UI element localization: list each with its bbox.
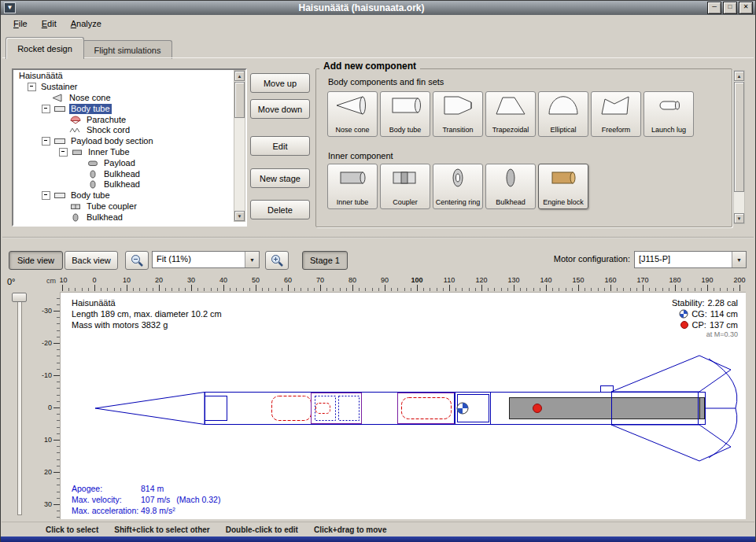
- velocity-mach: (Mach 0.32): [176, 494, 220, 505]
- tube-coupler-shape[interactable]: [312, 393, 362, 424]
- add-freeform-fin-button[interactable]: Freeform: [591, 91, 641, 137]
- nose-cone-icon: [334, 94, 371, 117]
- back-view-button[interactable]: Back view: [65, 251, 118, 270]
- window-menu-icon[interactable]: ▼: [4, 2, 16, 13]
- payload-icon: [87, 159, 100, 168]
- zoom-select[interactable]: Fit (11%) ▼: [152, 251, 260, 268]
- add-transition-button[interactable]: Transition: [433, 91, 483, 137]
- cp-marker: [533, 404, 542, 413]
- collapse-icon[interactable]: [42, 191, 50, 200]
- tree-item-sustainer[interactable]: Sustainer: [13, 82, 234, 93]
- cg-icon: [679, 309, 688, 319]
- bulkhead-shape[interactable]: [339, 396, 360, 421]
- body-tube-shape[interactable]: [205, 393, 455, 425]
- add-component-title: Add new component: [319, 61, 420, 72]
- tree-scrollbar[interactable]: ▲ ▼: [234, 70, 245, 222]
- tree-item-parachute[interactable]: Parachute: [13, 114, 234, 125]
- scroll-down-icon[interactable]: ▼: [234, 211, 245, 221]
- tree-item-inner-tube[interactable]: Inner Tube: [13, 147, 234, 158]
- cp-label: CP:: [692, 320, 706, 330]
- nose-cone-shape[interactable]: [95, 393, 205, 425]
- chevron-down-icon: ▼: [732, 252, 746, 267]
- edit-button[interactable]: Edit: [250, 136, 310, 156]
- collapse-icon[interactable]: [59, 148, 68, 157]
- add-bulkhead-button[interactable]: Bulkhead: [485, 164, 536, 209]
- side-view-button[interactable]: Side view: [9, 251, 63, 270]
- rocket-mass: Mass with motors 3832 g: [72, 319, 222, 330]
- scroll-up-icon[interactable]: ▲: [734, 71, 744, 81]
- transition-icon: [440, 94, 476, 117]
- zoom-in-button[interactable]: [265, 251, 289, 270]
- close-button[interactable]: ✕: [739, 2, 753, 14]
- payload-shape[interactable]: [402, 398, 452, 419]
- add-inner-tube-button[interactable]: Inner tube: [327, 164, 378, 209]
- move-down-button[interactable]: Move down: [250, 99, 310, 119]
- hint-click-select: Click to select: [46, 525, 98, 534]
- tree-item-payload[interactable]: Payload: [13, 157, 234, 168]
- move-up-button[interactable]: Move up: [250, 73, 310, 93]
- shock-cord-shape[interactable]: [316, 404, 330, 414]
- hint-double-click: Double-click to edit: [226, 525, 298, 534]
- add-body-tube-button[interactable]: Body tube: [380, 91, 430, 137]
- zoom-in-icon: [270, 253, 284, 267]
- menu-file[interactable]: File: [8, 17, 33, 30]
- tree-item-body-tube[interactable]: Body tube: [13, 103, 234, 114]
- tree-item-nose-cone[interactable]: Nose cone: [13, 93, 234, 104]
- collapse-icon[interactable]: [42, 137, 50, 146]
- cg-label: CG:: [691, 309, 707, 319]
- add-centering-ring-button[interactable]: Centering ring: [433, 164, 483, 209]
- add-nose-cone-button[interactable]: Nose cone: [327, 91, 378, 137]
- rocket-figure-canvas[interactable]: Haisunäätä Length 189 cm, max. diameter …: [60, 292, 746, 519]
- zoom-out-button[interactable]: [125, 251, 149, 270]
- parachute-icon: [69, 116, 83, 124]
- panel-divider: [2, 237, 754, 238]
- add-panel-scrollbar-thumb[interactable]: [734, 82, 744, 192]
- scroll-down-icon[interactable]: ▼: [734, 213, 744, 223]
- tree-item-label: Payload: [102, 158, 137, 168]
- tree-item-payload-body-section[interactable]: Payload body section: [13, 136, 234, 147]
- parachute-shape[interactable]: [272, 396, 312, 421]
- add-trapezoidal-fin-button[interactable]: Trapezoidal: [485, 91, 536, 137]
- tree-item-label: Haisunäätä: [17, 71, 65, 81]
- tree-item-bulkhead[interactable]: Bulkhead: [13, 168, 234, 179]
- tab-flight-simulations[interactable]: Flight simulations: [83, 40, 172, 59]
- tree-item-body-tube-aft[interactable]: Body tube: [13, 190, 234, 201]
- tree-item-bulkhead[interactable]: Bulkhead: [13, 212, 234, 223]
- tree-item-tube-coupler[interactable]: Tube coupler: [13, 201, 234, 212]
- bulkhead-shape[interactable]: [315, 396, 336, 421]
- new-stage-button[interactable]: New stage: [250, 168, 310, 188]
- rotation-slider-handle[interactable]: [12, 293, 27, 302]
- collapse-icon[interactable]: [42, 105, 50, 113]
- tree-item-bulkhead[interactable]: Bulkhead: [13, 179, 234, 190]
- maximize-button[interactable]: □: [723, 2, 737, 14]
- tree-item-shock-cord[interactable]: Shock cord: [13, 125, 234, 136]
- add-elliptical-fin-button[interactable]: Elliptical: [538, 91, 588, 137]
- hint-click-drag: Click+drag to move: [314, 525, 387, 534]
- motor-configuration-select[interactable]: [J115-P] ▼: [634, 251, 747, 268]
- minimize-button[interactable]: ─: [707, 2, 721, 14]
- body-tube-icon: [53, 105, 67, 113]
- delete-button[interactable]: Delete: [250, 200, 310, 219]
- component-tree: Haisunäätä Sustainer Nose cone Body tube…: [12, 68, 247, 227]
- add-coupler-button[interactable]: Coupler: [380, 164, 430, 209]
- menu-edit[interactable]: Edit: [36, 17, 62, 30]
- tab-rocket-design[interactable]: Rocket design: [6, 37, 84, 59]
- scroll-up-icon[interactable]: ▲: [234, 71, 245, 81]
- add-launch-lug-button[interactable]: Launch lug: [644, 91, 694, 137]
- rotation-slider-track[interactable]: [17, 295, 22, 515]
- acceleration-value: 49.8 m/s²: [141, 505, 175, 516]
- launch-lug-shape[interactable]: [601, 386, 614, 393]
- elliptical-fin-icon: [545, 94, 581, 117]
- vertical-ruler: -30-20-100102030: [40, 292, 60, 519]
- tree-item-rocket[interactable]: Haisunäätä: [13, 71, 234, 82]
- nose-shoulder-shape[interactable]: [205, 396, 227, 421]
- add-engine-block-button[interactable]: Engine block: [538, 164, 588, 209]
- collapse-icon[interactable]: [28, 83, 36, 91]
- stage-1-toggle[interactable]: Stage 1: [302, 251, 348, 270]
- menu-analyze[interactable]: Analyze: [65, 17, 107, 30]
- add-panel-scrollbar[interactable]: ▲ ▼: [733, 70, 745, 224]
- cg-marker: [457, 403, 468, 414]
- tree-scrollbar-thumb[interactable]: [234, 82, 245, 118]
- body-tube-icon: [387, 94, 423, 117]
- coupler-icon: [69, 202, 83, 211]
